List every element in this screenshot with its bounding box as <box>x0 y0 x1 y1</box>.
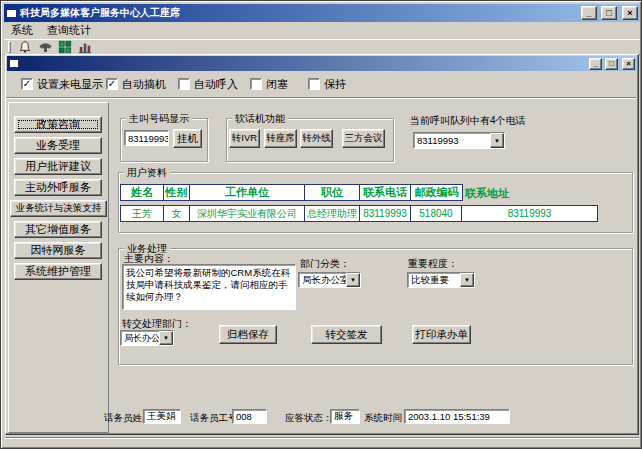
chevron-down-icon[interactable]: ▼ <box>159 331 173 345</box>
user-table-row[interactable]: 王芳 女 深圳华宇实业有限公司 总经理助理 83119993 518040 83… <box>120 205 598 222</box>
col-header-position: 职位 <box>305 185 360 200</box>
sidebar-item-stats-decision[interactable]: 业务统计与决策支持 <box>10 200 107 217</box>
transfer-ivr-button[interactable]: 转IVR <box>229 129 260 148</box>
checkbox-caller-id-display[interactable]: ✓ 设置来电显示 <box>21 77 103 92</box>
checkbox-label: 自动摘机 <box>122 77 166 92</box>
focus-rect <box>18 120 98 129</box>
conference-button[interactable]: 三方会议 <box>342 129 385 148</box>
checkbox-box[interactable] <box>250 78 262 90</box>
application-window: 科技局多媒体客户服务中心人工座席 _ □ × 系统 查询统计 _ □ × <box>0 0 642 449</box>
menu-bar: 系统 查询统计 <box>4 23 640 38</box>
cell-position: 总经理助理 <box>305 206 360 221</box>
sidebar-item-label: 系统维护管理 <box>25 264 91 279</box>
window-bottom-edge <box>5 437 639 439</box>
sidebar-item-policy-consult[interactable]: 政策咨询 <box>14 116 102 133</box>
chevron-down-icon[interactable]: ▼ <box>460 273 474 287</box>
sidebar-item-label: 因特网服务 <box>31 243 86 258</box>
caller-number-group-label: 主叫号码显示 <box>126 112 192 126</box>
answer-state-field[interactable]: 服务 <box>330 409 360 424</box>
sidebar-item-user-feedback[interactable]: 用户批评建议 <box>14 158 102 175</box>
sidebar-item-label: 其它增值服务 <box>25 222 91 237</box>
cell-phone: 83119993 <box>360 206 411 221</box>
sidebar-item-label: 用户批评建议 <box>25 159 91 174</box>
toolbar <box>4 39 640 55</box>
transfer-outside-button[interactable]: 转外线 <box>300 129 333 148</box>
sidebar-item-internet-service[interactable]: 因特网服务 <box>14 242 102 259</box>
transfer-agent-button[interactable]: 转座席 <box>264 129 297 148</box>
main-content-textarea[interactable]: 我公司希望将最新研制的CRM系统在科技局申请科技成果鉴定，请问相应的手续如何办理… <box>122 264 296 310</box>
checkbox-box[interactable]: ✓ <box>106 78 118 90</box>
transfer-issue-button[interactable]: 转交签发 <box>311 325 382 344</box>
title-bar: 科技局多媒体客户服务中心人工座席 _ □ × <box>4 4 640 22</box>
toolbar-drag-handle[interactable] <box>8 41 11 53</box>
menu-query-statistics[interactable]: 查询统计 <box>40 23 98 38</box>
cell-gender: 女 <box>164 206 190 221</box>
cell-zipcode: 518040 <box>411 206 462 221</box>
user-info-group: 用户资料 <box>118 172 633 233</box>
col-header-zipcode: 邮政编码 <box>411 185 462 200</box>
sidebar-item-label: 主动外呼服务 <box>25 180 91 195</box>
checkbox-hold[interactable]: 保持 <box>308 77 346 92</box>
child-maximize-button[interactable]: □ <box>605 58 618 70</box>
checkbox-auto-offhook[interactable]: ✓ 自动摘机 <box>106 77 166 92</box>
dept-category-value: 局长办公室 <box>299 273 346 287</box>
checkbox-box[interactable] <box>308 78 320 90</box>
call-options-row: ✓ 设置来电显示 ✓ 自动摘机 自动呼入 闭塞 保持 <box>6 71 636 97</box>
minimize-button[interactable]: _ <box>581 6 597 20</box>
queue-select[interactable]: 83119993 ▼ <box>413 132 505 149</box>
network-icon[interactable] <box>57 40 73 55</box>
checkbox-label: 自动呼入 <box>194 77 238 92</box>
maximize-button[interactable]: □ <box>601 6 617 20</box>
answer-state-label: 应答状态： <box>285 412 333 425</box>
close-button[interactable]: × <box>622 6 638 20</box>
archive-save-button[interactable]: 归档保存 <box>219 325 277 344</box>
checkbox-box[interactable] <box>178 78 190 90</box>
col-header-phone: 联系电话 <box>360 185 411 200</box>
dept-category-select[interactable]: 局长办公室 ▼ <box>298 272 361 288</box>
app-icon <box>6 9 17 18</box>
chevron-down-icon[interactable]: ▼ <box>490 133 504 148</box>
phone-icon[interactable] <box>37 40 53 55</box>
bell-icon[interactable] <box>17 40 33 55</box>
sidebar-item-business-accept[interactable]: 业务受理 <box>14 137 102 154</box>
softphone-group-label: 软话机功能 <box>232 112 288 126</box>
col-header-workunit: 工作单位 <box>190 185 305 200</box>
checkbox-auto-callin[interactable]: 自动呼入 <box>178 77 238 92</box>
sidebar-item-system-maintenance[interactable]: 系统维护管理 <box>14 263 102 280</box>
cell-address: 83119993 <box>462 206 597 221</box>
operator-name-field[interactable]: 王美娟 <box>143 409 181 424</box>
child-close-button[interactable]: × <box>622 58 635 70</box>
chart-icon[interactable] <box>77 40 93 55</box>
operator-id-field[interactable]: 008 <box>232 409 267 424</box>
cell-workunit: 深圳华宇实业有限公司 <box>190 206 305 221</box>
checkbox-label: 设置来电显示 <box>37 77 103 92</box>
menu-system[interactable]: 系统 <box>4 23 40 38</box>
chevron-down-icon[interactable]: ▼ <box>346 273 360 287</box>
user-info-group-label: 用户资料 <box>124 166 170 180</box>
window-title: 科技局多媒体客户服务中心人工座席 <box>20 6 577 20</box>
child-title-bar: _ □ × <box>7 56 637 71</box>
hangup-button[interactable]: 挂机 <box>173 129 202 148</box>
sidebar-item-label: 业务统计与决策支持 <box>16 202 102 215</box>
checkbox-label: 闭塞 <box>266 77 288 92</box>
transfer-dept-value: 局长办公室 <box>121 331 159 345</box>
caller-number-input[interactable]: 83119993 <box>124 130 169 146</box>
checkbox-label: 保持 <box>324 77 346 92</box>
col-header-name: 姓名 <box>121 185 164 200</box>
dept-category-label: 部门分类： <box>300 257 350 271</box>
sidebar-item-outbound-service[interactable]: 主动外呼服务 <box>14 179 102 196</box>
system-time-field[interactable]: 2003.1.10 15:51:39 <box>404 409 510 424</box>
checkbox-block[interactable]: 闭塞 <box>250 77 288 92</box>
sidebar-item-value-added[interactable]: 其它增值服务 <box>14 221 102 238</box>
col-header-gender: 性别 <box>164 185 190 200</box>
importance-select[interactable]: 比较重要 ▼ <box>407 272 475 288</box>
importance-label: 重要程度： <box>408 257 458 271</box>
transfer-dept-label: 转交处理部门： <box>122 317 192 331</box>
sidebar-item-label: 业务受理 <box>36 138 80 153</box>
child-minimize-button[interactable]: _ <box>589 58 602 70</box>
print-form-button[interactable]: 打印承办单 <box>412 325 471 344</box>
document-icon <box>9 59 19 68</box>
transfer-dept-select[interactable]: 局长办公室 ▼ <box>120 330 174 346</box>
checkbox-box[interactable]: ✓ <box>21 78 33 90</box>
importance-value: 比较重要 <box>408 273 460 287</box>
